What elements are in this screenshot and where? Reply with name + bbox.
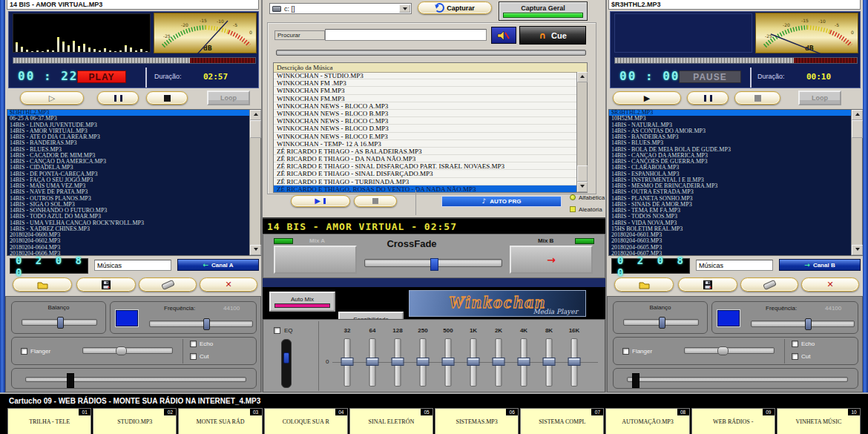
mix-a-button[interactable]	[274, 246, 357, 274]
playlist-item[interactable]: 14BIS - OUTROS PLANOS.MP3	[7, 196, 250, 202]
slider-thumb[interactable]	[67, 373, 74, 388]
slider-thumb[interactable]	[659, 317, 665, 329]
file-row[interactable]: WINKOCHAN NEWS - BLOCO A.MP3	[274, 102, 577, 110]
file-row[interactable]: ZÉ RICARDO E THIAGO - TURBINADA.MP3	[274, 178, 577, 185]
file-row[interactable]: WINKOCHAN FM .MP3	[274, 79, 577, 87]
playlist-item[interactable]: 14BIS - CANÇÃO DA AMÉRICA.MP3	[7, 159, 250, 165]
file-row[interactable]: WINKOCHAN FM.MP3	[274, 95, 577, 102]
playlist-item[interactable]: 20180204-0602.MP3	[7, 238, 250, 244]
frequency-slider[interactable]	[149, 320, 253, 327]
playlist-item[interactable]: 14BIS - MESMO DE BRINCADEIRA.MP3	[609, 183, 852, 189]
playlist-item[interactable]: 14BIS - AMOR VIRTUAL.MP3	[7, 128, 250, 134]
preview-stop-button[interactable]	[354, 195, 397, 207]
eq-band-thumb[interactable]	[493, 358, 505, 366]
echo-checkbox[interactable]	[792, 341, 798, 347]
playlist-item[interactable]: 14BIS - TEMA EM FÁ.MP3	[609, 208, 852, 214]
eq-band-thumb[interactable]	[543, 358, 556, 366]
clear-button[interactable]	[139, 277, 197, 292]
playlist-b-scrollbar[interactable]	[851, 110, 862, 255]
slider-thumb[interactable]	[805, 318, 812, 330]
scroll-down-icon[interactable]	[250, 245, 261, 255]
cartridge-slot[interactable]: 06 SISTEMAS.MP3	[435, 408, 519, 434]
cartridge-slot[interactable]: 01 TRILHA - TELE	[7, 408, 91, 434]
save-button[interactable]	[678, 277, 737, 292]
eq-master-slider[interactable]	[281, 339, 292, 388]
playlist-item[interactable]: 14BIS - ATE O DIA CLAREAR.MP3	[7, 134, 250, 140]
seek-bar[interactable]	[13, 57, 256, 64]
drive-selector[interactable]: c: []	[269, 3, 412, 14]
playlist-item[interactable]: 14BIS - BANDEIRAS.MP3	[7, 140, 250, 146]
echo-checkbox[interactable]	[190, 341, 197, 347]
slider-thumb[interactable]	[203, 318, 210, 330]
auto-mix-button[interactable]: Auto Mix	[269, 292, 335, 312]
slider-thumb[interactable]	[283, 352, 289, 364]
eq-band-thumb[interactable]	[568, 358, 581, 366]
capture-button[interactable]: Capturar	[418, 1, 492, 14]
crossfade-thumb[interactable]	[430, 258, 438, 271]
clear-button[interactable]	[740, 277, 798, 292]
eq-band-thumb[interactable]	[518, 358, 530, 366]
playlist-item[interactable]: 14BIS - DE PONTA-CABEÇA.MP3	[7, 171, 250, 177]
cut-checkbox[interactable]	[792, 353, 798, 360]
playlist-item[interactable]: 14BIS - CANÇÕES DE GUERRA.MP3	[609, 159, 852, 165]
mix-b-button[interactable]: →	[510, 246, 593, 274]
flanger-checkbox[interactable]	[622, 348, 629, 355]
scroll-down-icon[interactable]	[852, 245, 863, 255]
slider-thumb[interactable]	[57, 317, 64, 329]
seek-bar[interactable]	[614, 57, 858, 64]
flanger-slider[interactable]	[684, 347, 775, 354]
playlist-item[interactable]: 14BIS - CLARABÓIA.MP3	[609, 165, 852, 171]
playlist-a-scrollbar[interactable]	[249, 110, 260, 255]
channel-a-button[interactable]: ←Canal A	[177, 259, 259, 271]
cue-button[interactable]: ∩Cue	[519, 26, 586, 45]
combo-dropdown-icon[interactable]	[399, 4, 410, 13]
playlist-item[interactable]: 14BIS - BANDEIRAS.MP3	[609, 134, 852, 140]
eq-band-thumb[interactable]	[392, 358, 404, 366]
playlist-item[interactable]: 14BIS - TODO AZUL DO MAR.MP3	[7, 214, 250, 220]
loop-button[interactable]: Loop	[798, 91, 841, 105]
stop-button[interactable]	[146, 91, 188, 105]
delete-button[interactable]: ✕	[801, 277, 859, 292]
eq-band-thumb[interactable]	[417, 358, 430, 366]
cut-checkbox[interactable]	[190, 353, 197, 360]
playlist-item[interactable]: 20180204-0604.MP3	[7, 245, 250, 251]
file-row[interactable]: ZÉ RICARDO E THIAGO - DA NADA NÃO.MP3	[274, 155, 577, 162]
eq-checkbox[interactable]	[274, 327, 280, 334]
category-input[interactable]	[696, 260, 773, 271]
playlist-item[interactable]: 14BIS - BLUES.MP3	[609, 140, 852, 146]
cartridge-slot[interactable]: 03 MONTE SUA RÁD	[178, 408, 262, 434]
playlist-item[interactable]: 14BIS - TODOS NÓS.MP3	[609, 214, 852, 220]
cartridge-slot[interactable]: 02 STUDIO.MP3	[93, 408, 177, 434]
file-list-scrollbar[interactable]	[576, 72, 587, 192]
channel-b-button[interactable]: →Canal B	[779, 259, 861, 271]
file-row[interactable]: ZÉ RICARDO E THIAGO - SINAL DISFARÇADO P…	[274, 162, 577, 170]
frequency-slider[interactable]	[751, 320, 855, 327]
playlist-item[interactable]: 14BIS - VIDA NOVA.MP3	[609, 220, 852, 226]
eq-band-thumb[interactable]	[442, 358, 455, 366]
slider-thumb[interactable]	[632, 373, 640, 388]
playlist-item[interactable]: 14BIS - MAIS UMA VEZ.MP3	[7, 183, 250, 189]
category-input[interactable]	[94, 260, 171, 271]
file-row[interactable]: WINKOCHAN NEWS - BLOCO E.MP3	[274, 133, 577, 140]
file-row[interactable]: WINKOCHAN - STUDIO.MP3	[274, 72, 577, 79]
play-button[interactable]: ▷	[20, 91, 84, 105]
preview-play-button[interactable]: ▶	[291, 195, 350, 207]
playlist-item[interactable]: 14BIS - NAVE DE PRATA.MP3	[7, 189, 250, 195]
playlist-item[interactable]: 20180204-0601.MP3	[609, 232, 852, 238]
file-row[interactable]: WINKOCHAN NEWS - BLOCO B.MP3	[274, 110, 577, 117]
file-row[interactable]: WINKOCHAN FM.MP3	[274, 87, 577, 94]
playlist-item[interactable]: 14BIS - PLANETA SONHO.MP3	[609, 196, 852, 202]
playlist-item[interactable]: 06-25 A 06-37.MP3	[7, 116, 250, 122]
random-checkbox[interactable]	[570, 206, 576, 212]
slider-thumb[interactable]	[717, 346, 729, 355]
open-folder-button[interactable]	[614, 277, 674, 292]
file-row[interactable]: WINKOCHAN NEWS - BLOCO D.MP3	[274, 125, 577, 132]
balance-slider[interactable]	[22, 319, 97, 326]
open-folder-button[interactable]	[13, 277, 72, 292]
pause-button[interactable]	[97, 91, 139, 105]
scrollbar-thumb[interactable]	[852, 120, 863, 138]
playlist-item[interactable]: $I3HTHL2.MP3	[7, 110, 250, 116]
cartridge-slot[interactable]: 07 SISTEMA COMPL	[520, 408, 604, 434]
cartridge-slot[interactable]: 10 VINHETA MÚSIC	[777, 408, 861, 434]
file-row[interactable]: ZÉ RICARDO E THIAGO - SINAL DISFARÇADO.M…	[274, 170, 577, 177]
